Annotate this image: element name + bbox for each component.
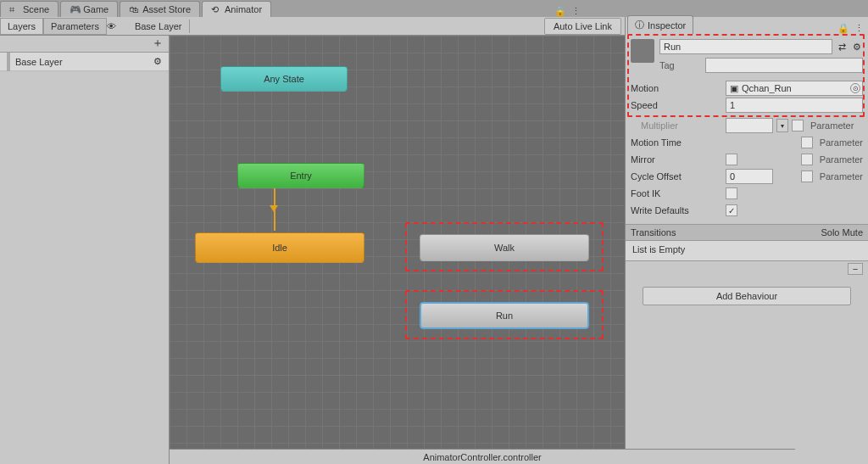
solo-mute-label: Solo Mute: [821, 227, 863, 238]
scene-icon: ⌗: [9, 4, 19, 14]
transitions-header: Transitions Solo Mute: [626, 224, 868, 241]
tab-label: Scene: [23, 4, 49, 14]
add-behaviour-label: Add Behaviour: [716, 291, 777, 301]
eye-icon[interactable]: 👁: [107, 21, 116, 31]
cycle-offset-parameter-checkbox[interactable]: [801, 171, 813, 182]
animator-panel: Layers Parameters 👁 Base Layer Auto Live…: [0, 17, 626, 464]
multiplier-parameter-checkbox[interactable]: [792, 120, 804, 131]
cycle-offset-field[interactable]: [726, 169, 773, 184]
node-label: Any State: [264, 74, 304, 84]
lock-icon[interactable]: 🔒: [554, 5, 566, 17]
foot-ik-checkbox[interactable]: [726, 187, 737, 199]
motion-field[interactable]: ▣ Qchan_Run ⊙: [726, 81, 863, 96]
parameter-label: Parameter: [810, 120, 854, 131]
state-thumb-icon: [631, 39, 654, 63]
parameter-label: Parameter: [820, 171, 863, 182]
multiplier-label: Multiplier: [631, 120, 722, 131]
node-label: Run: [496, 310, 513, 321]
inspector-header: ⇄ ⚙ Tag: [626, 34, 868, 78]
node-run[interactable]: Run: [420, 302, 589, 329]
animator-graph[interactable]: Any State Entry Idle Walk Run: [170, 36, 625, 464]
mirror-label: Mirror: [631, 154, 722, 165]
motion-clip-icon: ▣: [730, 83, 738, 94]
asset-store-icon: 🛍: [129, 4, 139, 14]
state-name-field[interactable]: [659, 39, 832, 54]
tab-asset-store[interactable]: 🛍 Asset Store: [120, 1, 200, 17]
object-picker-icon[interactable]: ⊙: [850, 83, 860, 93]
node-label: Walk: [494, 243, 515, 253]
info-icon: ⓘ: [635, 19, 644, 31]
gear-icon[interactable]: ⚙: [153, 56, 162, 67]
multiplier-field: [726, 118, 773, 133]
layers-tab[interactable]: Layers: [0, 18, 43, 35]
chevron-down-icon[interactable]: ▾: [776, 119, 788, 132]
tag-label: Tag: [659, 60, 702, 70]
write-defaults-label: Write Defaults: [631, 205, 722, 215]
add-behaviour-button[interactable]: Add Behaviour: [643, 287, 851, 305]
node-idle[interactable]: Idle: [195, 232, 364, 263]
reference-icon[interactable]: ⇄: [836, 41, 848, 53]
tab-label: Animator: [225, 4, 262, 14]
layer-drag-handle[interactable]: [7, 53, 10, 71]
layer-item[interactable]: Base Layer ⚙: [0, 53, 169, 71]
remove-transition-button[interactable]: −: [848, 263, 863, 275]
tab-inspector[interactable]: ⓘ Inspector: [627, 15, 693, 34]
tab-game[interactable]: 🎮 Game: [60, 1, 118, 17]
layer-name: Base Layer: [15, 57, 63, 67]
arrow-head-icon: [270, 205, 278, 212]
breadcrumb: Base Layer: [121, 20, 544, 33]
node-walk[interactable]: Walk: [420, 234, 589, 261]
game-icon: 🎮: [70, 4, 80, 14]
layers-sidebar: ＋ Base Layer ⚙: [0, 36, 170, 464]
inspector-panel: ⓘ Inspector 🔒 ⋮ ⇄ ⚙ Tag: [626, 17, 868, 464]
tab-label: Inspector: [648, 20, 686, 31]
speed-label: Speed: [631, 100, 722, 110]
kebab-icon[interactable]: ⋮: [853, 22, 865, 34]
main-tabs: ⌗ Scene 🎮 Game 🛍 Asset Store ⟲ Animator …: [0, 0, 868, 17]
motion-time-parameter-checkbox[interactable]: [801, 137, 813, 148]
asset-path-footer: AnimatorController.controller: [170, 449, 795, 464]
foot-ik-label: Foot IK: [631, 188, 722, 198]
tab-scene[interactable]: ⌗ Scene: [0, 1, 58, 17]
node-label: Entry: [290, 171, 312, 181]
gear-icon[interactable]: ⚙: [851, 41, 863, 53]
tag-field[interactable]: [705, 58, 863, 73]
tab-animator[interactable]: ⟲ Animator: [202, 1, 271, 17]
asset-path-label: AnimatorController.controller: [423, 452, 541, 462]
node-any-state[interactable]: Any State: [220, 66, 348, 92]
breadcrumb-item[interactable]: Base Layer: [128, 20, 190, 33]
lock-icon[interactable]: 🔒: [837, 22, 849, 34]
kebab-icon[interactable]: ⋮: [570, 5, 581, 17]
animator-icon: ⟲: [211, 4, 221, 14]
tab-label: Asset Store: [142, 4, 191, 14]
animator-toolbar: Layers Parameters 👁 Base Layer Auto Live…: [0, 17, 625, 36]
transitions-list: List is Empty: [626, 241, 868, 261]
parameter-label: Parameter: [820, 154, 863, 165]
mirror-checkbox[interactable]: [726, 154, 737, 165]
write-defaults-checkbox[interactable]: [726, 204, 737, 216]
speed-field[interactable]: [726, 98, 863, 113]
motion-value: Qchan_Run: [742, 83, 792, 93]
node-label: Idle: [272, 243, 287, 253]
motion-label: Motion: [631, 83, 722, 93]
auto-live-link-button[interactable]: Auto Live Link: [544, 18, 621, 35]
cycle-offset-label: Cycle Offset: [631, 171, 722, 182]
list-empty-label: List is Empty: [632, 244, 685, 254]
transitions-label: Transitions: [631, 227, 676, 238]
parameters-tab[interactable]: Parameters: [43, 18, 107, 35]
parameter-label: Parameter: [820, 137, 863, 148]
tab-label: Game: [83, 4, 108, 14]
node-entry[interactable]: Entry: [237, 163, 364, 188]
motion-time-label: Motion Time: [631, 137, 722, 148]
add-layer-button[interactable]: ＋: [152, 36, 164, 52]
mirror-parameter-checkbox[interactable]: [801, 154, 813, 165]
